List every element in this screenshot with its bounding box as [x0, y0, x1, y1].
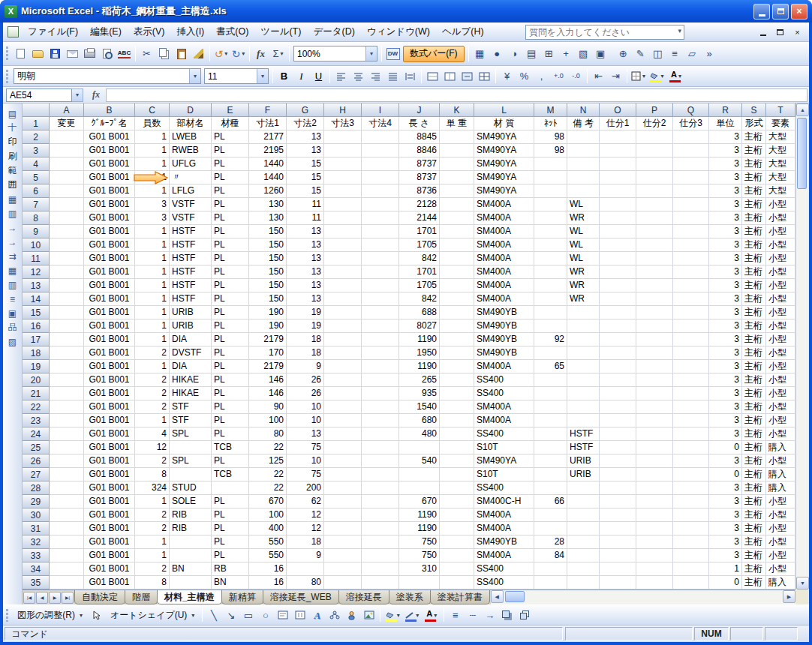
column-header-M[interactable]: M — [534, 104, 567, 117]
cell-K30[interactable] — [440, 508, 474, 522]
cell-D17[interactable]: DIA — [170, 333, 212, 346]
rectangle-button[interactable]: ▭ — [239, 607, 257, 624]
cell-A10[interactable] — [50, 238, 84, 252]
cell-F23[interactable]: 100 — [249, 414, 287, 428]
cell-T6[interactable]: 大型 — [766, 184, 795, 198]
bold-button[interactable]: B — [275, 68, 293, 85]
cell-O1[interactable]: 仕分1 — [600, 117, 636, 130]
toolbar-grip[interactable] — [5, 69, 9, 83]
cell-G18[interactable]: 18 — [287, 346, 324, 360]
toolbar-custom-icon-1[interactable]: ▦ — [471, 45, 489, 62]
cell-D19[interactable]: DIA — [170, 360, 212, 374]
row-header-25[interactable]: 25 — [23, 441, 50, 454]
cell-M8[interactable] — [534, 212, 567, 225]
cell-S20[interactable]: 主桁 — [742, 374, 766, 387]
cell-P9[interactable] — [636, 225, 673, 238]
cell-B15[interactable]: G01 B001 — [84, 306, 135, 320]
cell-K17[interactable] — [440, 333, 474, 346]
cell-B20[interactable]: G01 B001 — [84, 374, 135, 387]
cell-L29[interactable]: SM400C-H — [474, 495, 534, 508]
cell-H13[interactable] — [324, 279, 362, 292]
select-all-corner[interactable] — [23, 104, 50, 117]
cell-N1[interactable]: 備 考 — [567, 117, 600, 130]
cell-R12[interactable]: 3 — [709, 266, 742, 279]
row-header-15[interactable]: 15 — [23, 306, 50, 320]
menu-item-9[interactable]: ヘルプ(H) — [436, 22, 490, 41]
cell-G5[interactable]: 15 — [287, 171, 324, 184]
cell-J14[interactable]: 842 — [399, 292, 440, 306]
cell-B5[interactable]: G01 B001 — [84, 171, 135, 184]
column-header-H[interactable]: H — [324, 104, 362, 117]
left-toolbar-icon-8[interactable]: ▦ — [5, 263, 21, 278]
scroll-left-button[interactable]: ◀ — [491, 590, 504, 603]
cell-D6[interactable]: LFLG — [170, 184, 212, 198]
print-area-button-char-1[interactable]: 印 — [5, 135, 21, 149]
cell-M10[interactable] — [534, 238, 567, 252]
cell-D32[interactable] — [170, 536, 212, 549]
cell-K19[interactable] — [440, 360, 474, 374]
cell-H16[interactable] — [324, 320, 362, 333]
cell-G1[interactable]: 寸法2 — [287, 117, 324, 130]
cell-O6[interactable] — [600, 184, 636, 198]
left-toolbar-icon-3[interactable]: ▦ — [5, 192, 21, 206]
cell-D12[interactable]: HSTF — [170, 266, 212, 279]
cell-J10[interactable]: 1705 — [399, 238, 440, 252]
toolbar-custom-icon-8[interactable]: ▣ — [592, 45, 609, 62]
cell-R2[interactable]: 3 — [709, 130, 742, 144]
cell-F28[interactable]: 22 — [249, 482, 287, 495]
cell-F13[interactable]: 150 — [249, 279, 287, 292]
column-header-K[interactable]: K — [440, 104, 474, 117]
cell-L13[interactable]: SM400A — [474, 279, 534, 292]
cell-M35[interactable] — [534, 576, 567, 590]
cell-T15[interactable]: 小型 — [766, 306, 795, 320]
cell-T14[interactable]: 小型 — [766, 292, 795, 306]
cell-J26[interactable]: 540 — [399, 454, 440, 468]
cell-T34[interactable]: 小型 — [766, 562, 795, 576]
cell-E17[interactable]: PL — [212, 333, 249, 346]
cell-P13[interactable] — [636, 279, 673, 292]
cell-I12[interactable] — [362, 266, 399, 279]
cell-C14[interactable]: 1 — [135, 292, 170, 306]
cell-D9[interactable]: HSTF — [170, 225, 212, 238]
clip-art-button[interactable] — [343, 607, 360, 624]
cell-N10[interactable]: WL — [567, 238, 600, 252]
cell-E11[interactable]: PL — [212, 252, 249, 266]
cell-H15[interactable] — [324, 306, 362, 320]
cell-I10[interactable] — [362, 238, 399, 252]
cell-I5[interactable] — [362, 171, 399, 184]
cell-A31[interactable] — [50, 522, 84, 536]
cell-R29[interactable]: 3 — [709, 495, 742, 508]
diagram-button[interactable] — [326, 607, 343, 624]
cell-Q9[interactable] — [673, 225, 709, 238]
cell-S19[interactable]: 主桁 — [742, 360, 766, 374]
cell-G32[interactable]: 18 — [287, 536, 324, 549]
insert-function-button[interactable]: fx — [252, 45, 269, 62]
cell-I31[interactable] — [362, 522, 399, 536]
cell-L24[interactable]: SS400 — [474, 428, 534, 441]
cell-C26[interactable]: 2 — [135, 454, 170, 468]
cell-R1[interactable]: 単位 — [709, 117, 742, 130]
merge-cells-button[interactable] — [424, 68, 441, 85]
toolbar-custom-icon-10[interactable]: ✎ — [632, 45, 649, 62]
cell-P23[interactable] — [636, 414, 673, 428]
cell-G20[interactable]: 26 — [287, 374, 324, 387]
row-header-35[interactable]: 35 — [23, 576, 50, 590]
cell-N14[interactable]: WR — [567, 292, 600, 306]
column-header-B[interactable]: B — [84, 104, 135, 117]
cell-G31[interactable]: 12 — [287, 522, 324, 536]
cell-I16[interactable] — [362, 320, 399, 333]
cell-G13[interactable]: 13 — [287, 279, 324, 292]
autoshapes-button[interactable]: オートシェイプ(U)▾ — [105, 607, 200, 623]
cell-Q16[interactable] — [673, 320, 709, 333]
cell-Q17[interactable] — [673, 333, 709, 346]
cell-R24[interactable]: 3 — [709, 428, 742, 441]
cell-M19[interactable]: 65 — [534, 360, 567, 374]
cell-N17[interactable] — [567, 333, 600, 346]
cell-O4[interactable] — [600, 158, 636, 171]
cell-D35[interactable] — [170, 576, 212, 590]
fill-color-button[interactable]: ▾ — [647, 68, 666, 85]
cell-F31[interactable]: 400 — [249, 522, 287, 536]
row-header-3[interactable]: 3 — [23, 144, 50, 158]
format-painter-button[interactable] — [190, 45, 207, 62]
cell-P30[interactable] — [636, 508, 673, 522]
